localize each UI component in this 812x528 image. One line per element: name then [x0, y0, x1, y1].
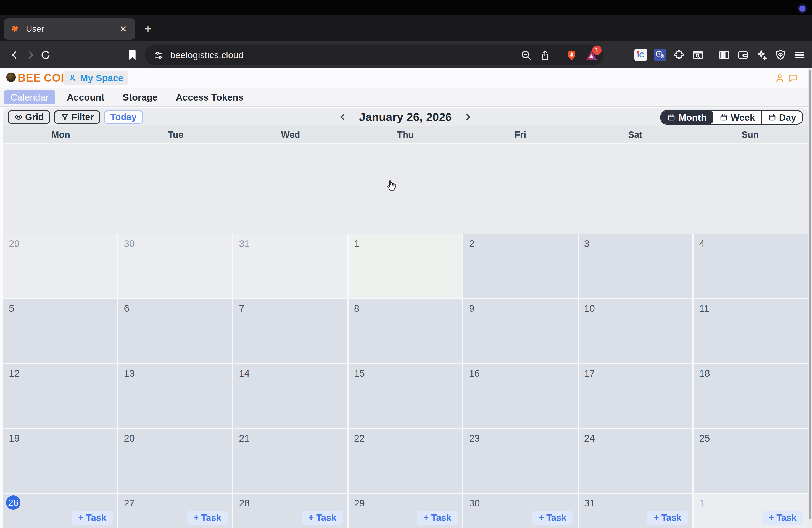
browser-tab[interactable]: User ✕: [4, 18, 135, 40]
feedback-chat-icon[interactable]: [788, 73, 798, 84]
calendar-cell-week5-day27[interactable]: 27+ Task: [118, 494, 233, 528]
date-number: 20: [124, 433, 135, 444]
calendar-cell-week4-day23[interactable]: 23: [463, 429, 578, 493]
extensions-puzzle-icon[interactable]: [673, 49, 685, 61]
view-day-button[interactable]: Day: [761, 111, 802, 124]
calendar-cell-week5-day26[interactable]: 26+ Task: [3, 494, 117, 528]
url-bar[interactable]: beelogistics.cloud 1: [145, 45, 603, 65]
date-number: 15: [354, 368, 365, 379]
recording-indicator-dot: [799, 5, 806, 12]
calendar-cell-week1-day30[interactable]: 30: [118, 234, 233, 298]
brave-rewards-icon[interactable]: 1: [585, 49, 598, 62]
today-button[interactable]: Today: [104, 111, 143, 124]
close-tab-icon[interactable]: ✕: [117, 23, 129, 35]
calendar-cell-week1-day4[interactable]: 4: [694, 234, 808, 298]
calendar-cell-week3-day16[interactable]: 16: [463, 364, 578, 428]
calendar-cell-week4-day21[interactable]: 21: [233, 429, 347, 493]
calendar-cell-week2-day5[interactable]: 5: [3, 299, 117, 363]
calendar-cell-week1-day3[interactable]: 3: [579, 234, 693, 298]
brave-shield-icon[interactable]: [566, 49, 578, 61]
add-task-button[interactable]: + Task: [72, 511, 113, 525]
search-in-page-icon[interactable]: [692, 49, 704, 61]
add-task-button[interactable]: + Task: [532, 511, 573, 525]
calendar-cell-week5-day28[interactable]: 28+ Task: [233, 494, 347, 528]
calendar-grid: 2930311234567891011121314151617181920212…: [3, 234, 808, 528]
calendar-cell-week3-day18[interactable]: 18: [694, 364, 808, 428]
date-number: 14: [239, 368, 250, 379]
view-month-button[interactable]: Month: [661, 110, 713, 124]
extension-ic-icon[interactable]: iC: [634, 48, 647, 61]
calendar-cell-week1-day1[interactable]: 1: [349, 234, 463, 298]
calendar-cell-week3-day15[interactable]: 15: [349, 364, 463, 428]
calendar-cell-week4-day20[interactable]: 20: [118, 429, 233, 493]
bookmark-icon[interactable]: [126, 48, 139, 61]
vpn-shield-icon[interactable]: [774, 49, 787, 61]
calendar-panel: Grid Filter Today January 26, 2026: [3, 108, 808, 528]
calendar-cell-week4-day25[interactable]: 25: [694, 429, 808, 493]
calendar-cell-week3-day13[interactable]: 13: [118, 364, 233, 428]
add-task-button[interactable]: + Task: [417, 511, 458, 525]
back-icon[interactable]: [8, 48, 21, 61]
site-favicon-flame-icon: [10, 24, 20, 34]
page-scrollbar[interactable]: [808, 69, 812, 528]
wallet-icon[interactable]: [737, 49, 749, 61]
tab-access-tokens[interactable]: Access Tokens: [169, 90, 250, 104]
calendar-cell-week4-day24[interactable]: 24: [579, 429, 693, 493]
calendar-cell-week2-day6[interactable]: 6: [118, 299, 233, 363]
add-task-button[interactable]: + Task: [762, 511, 803, 525]
zoom-out-icon[interactable]: [520, 49, 532, 61]
calendar-cell-week3-day12[interactable]: 12: [3, 364, 117, 428]
calendar-cell-week4-day19[interactable]: 19: [3, 429, 117, 493]
leo-ai-sparkles-icon[interactable]: [756, 49, 768, 61]
calendar-cell-week5-day1[interactable]: 1+ Task: [694, 494, 808, 528]
calendar-cell-week5-day29[interactable]: 29+ Task: [349, 494, 463, 528]
prev-month-icon[interactable]: [337, 111, 349, 123]
share-icon[interactable]: [539, 49, 551, 61]
add-task-button[interactable]: + Task: [302, 511, 343, 525]
new-tab-button[interactable]: +: [141, 21, 155, 36]
calendar-cell-week2-day9[interactable]: 9: [463, 299, 578, 363]
calendar-cell-week1-day2[interactable]: 2: [463, 234, 578, 298]
calendar-cell-week4-day22[interactable]: 22: [349, 429, 463, 493]
date-number: 23: [469, 433, 480, 444]
tab-account[interactable]: Account: [60, 90, 111, 104]
filter-button[interactable]: Filter: [54, 111, 100, 124]
add-task-button[interactable]: + Task: [647, 511, 688, 525]
ext-notification-dot: [637, 51, 639, 54]
calendar-cell-week2-day7[interactable]: 7: [233, 299, 347, 363]
date-number: 21: [239, 433, 250, 444]
calendar-cell-week5-day30[interactable]: 30+ Task: [463, 494, 578, 528]
calendar-cell-week1-day31[interactable]: 31: [233, 234, 347, 298]
date-number: 22: [354, 433, 365, 444]
next-month-icon[interactable]: [462, 111, 474, 123]
calendar-cell-week2-day8[interactable]: 8: [349, 299, 463, 363]
grid-label: Grid: [25, 112, 44, 122]
filter-label: Filter: [72, 112, 94, 122]
calendar-cell-week2-day10[interactable]: 10: [579, 299, 693, 363]
date-number: 27: [124, 498, 135, 509]
tab-calendar[interactable]: Calendar: [4, 90, 55, 104]
tab-storage[interactable]: Storage: [116, 90, 164, 104]
weekday-header-thu: Thu: [348, 127, 463, 143]
current-date-label: January 26, 2026: [359, 111, 452, 124]
translate-extension-icon[interactable]: D: [654, 48, 666, 61]
url-text[interactable]: beelogistics.cloud: [170, 50, 520, 60]
account-person-icon[interactable]: [774, 73, 785, 84]
view-week-button[interactable]: Week: [713, 111, 761, 124]
calendar-cell-week3-day17[interactable]: 17: [579, 364, 693, 428]
window-titlebar: [0, 0, 812, 15]
grid-button[interactable]: Grid: [8, 111, 50, 124]
calendar-cell-week1-day29[interactable]: 29: [3, 234, 117, 298]
calendar-cell-week5-day31[interactable]: 31+ Task: [579, 494, 693, 528]
sidebar-icon[interactable]: [718, 49, 730, 61]
my-space-button[interactable]: My Space: [63, 71, 128, 85]
calendar-cell-week3-day14[interactable]: 14: [233, 364, 347, 428]
calendar-cell-week2-day11[interactable]: 11: [694, 299, 808, 363]
add-task-button[interactable]: + Task: [187, 511, 228, 525]
reload-icon[interactable]: [39, 48, 52, 61]
scrollbar-thumb[interactable]: [809, 70, 811, 519]
date-number: 28: [239, 498, 250, 509]
site-settings-tune-icon[interactable]: [154, 50, 164, 60]
date-number: 10: [584, 303, 595, 314]
menu-hamburger-icon[interactable]: [793, 48, 806, 61]
